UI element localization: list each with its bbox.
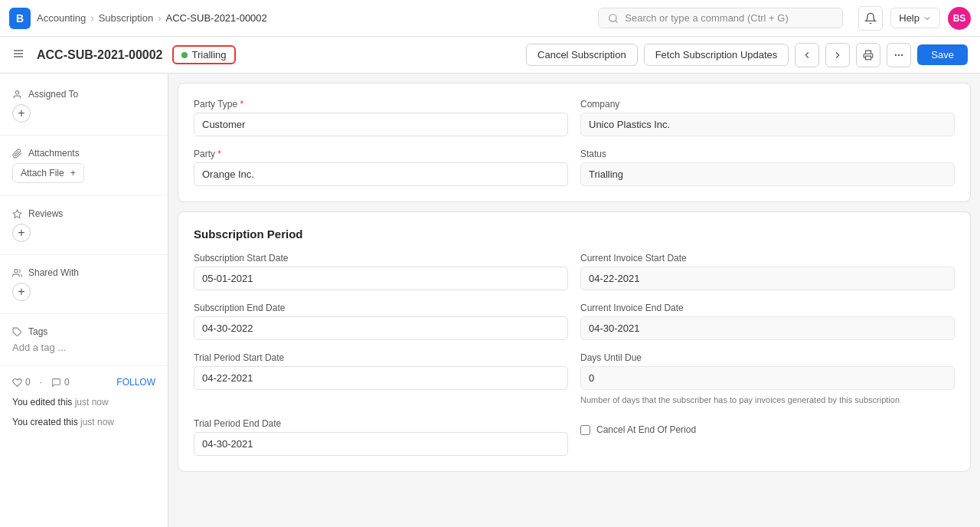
- status-badge[interactable]: Trialling: [172, 45, 236, 64]
- follow-button[interactable]: FOLLOW: [116, 377, 155, 388]
- page-header: ACC-SUB-2021-00002 Trialling Cancel Subs…: [0, 37, 980, 74]
- heart-icon: [12, 378, 22, 388]
- status-field-label: Status: [580, 149, 955, 159]
- attach-file-label: Attach File: [21, 168, 64, 178]
- doc-title: ACC-SUB-2021-00002: [37, 48, 163, 62]
- main-layout: Assigned To + Attachments Attach File + …: [0, 74, 980, 527]
- divider-1: [0, 135, 168, 136]
- likes[interactable]: 0: [12, 377, 31, 388]
- comment-icon: [51, 378, 61, 388]
- cancel-end-label: Cancel At End Of Period: [596, 424, 696, 435]
- svg-point-6: [896, 54, 897, 55]
- divider-4: [0, 313, 168, 314]
- menu-icon[interactable]: [12, 47, 24, 62]
- svg-line-1: [616, 20, 618, 22]
- trial-end-label: Trial Period End Date: [194, 418, 568, 429]
- activity-created-text: created this: [31, 417, 80, 427]
- inv-start-input: 04-22-2021: [580, 267, 955, 290]
- fetch-subscription-button[interactable]: Fetch Subscription Updates: [644, 44, 789, 66]
- svg-rect-5: [866, 56, 871, 60]
- breadcrumb-current[interactable]: ACC-SUB-2021-00002: [166, 12, 267, 24]
- status-field-input: Trialling: [580, 162, 955, 186]
- attachments-title: Attachments: [12, 148, 155, 159]
- breadcrumb-subscription[interactable]: Subscription: [99, 12, 154, 24]
- svg-point-11: [15, 269, 18, 272]
- party-type-required: *: [240, 99, 243, 110]
- activity-you-1: You: [12, 397, 28, 408]
- app-icon[interactable]: B: [9, 8, 31, 29]
- days-due-label: Days Until Due: [580, 352, 955, 363]
- trial-start-label: Trial Period Start Date: [194, 352, 568, 363]
- party-type-input[interactable]: Customer: [194, 113, 568, 136]
- attachments-section: Attachments Attach File +: [0, 142, 168, 189]
- svg-point-8: [902, 54, 903, 55]
- sub-end-input[interactable]: 04-30-2022: [194, 316, 568, 340]
- user-icon: [12, 90, 22, 100]
- activity-time-1: just now: [75, 397, 109, 408]
- svg-point-9: [15, 90, 18, 93]
- print-button[interactable]: [856, 43, 880, 67]
- search-bar[interactable]: Search or type a command (Ctrl + G): [598, 8, 843, 28]
- reviews-section: Reviews +: [0, 202, 168, 248]
- subscription-period-title: Subscription Period: [194, 227, 955, 241]
- assigned-to-title: Assigned To: [12, 89, 155, 100]
- breadcrumb-accounting[interactable]: Accounting: [37, 12, 86, 24]
- cancel-end-field: Cancel At End Of Period: [580, 418, 955, 456]
- subscription-period-card: Subscription Period Subscription Start D…: [178, 211, 971, 472]
- attach-file-button[interactable]: Attach File +: [12, 163, 84, 183]
- more-horizontal-icon: [893, 50, 904, 61]
- inv-start-field: Current Invoice Start Date 04-22-2021: [580, 253, 955, 290]
- status-dot: [181, 52, 188, 58]
- tags-section: Tags Add a tag ...: [0, 320, 168, 359]
- comments[interactable]: 0: [51, 377, 70, 388]
- top-navigation: B Accounting › Subscription › ACC-SUB-20…: [0, 0, 980, 37]
- chevron-down-icon: [923, 14, 932, 23]
- users-icon: [12, 268, 22, 278]
- add-assignee-button[interactable]: +: [12, 104, 31, 123]
- add-review-button[interactable]: +: [12, 224, 31, 242]
- svg-marker-10: [13, 210, 21, 218]
- trial-start-field: Trial Period Start Date 04-22-2021: [194, 352, 568, 406]
- bell-icon: [864, 12, 877, 25]
- add-tag-placeholder[interactable]: Add a tag ...: [12, 342, 66, 353]
- trial-end-input[interactable]: 04-30-2021: [194, 432, 568, 456]
- more-options-button[interactable]: [887, 43, 911, 67]
- svg-point-7: [899, 54, 900, 55]
- sub-start-input[interactable]: 05-01-2021: [194, 267, 568, 290]
- chevron-right-icon: [832, 50, 843, 61]
- breadcrumb-sep-2: ›: [158, 12, 161, 24]
- company-label: Company: [580, 99, 955, 110]
- help-label: Help: [899, 12, 920, 24]
- sub-start-field: Subscription Start Date 05-01-2021: [194, 253, 568, 290]
- paperclip-icon: [12, 149, 22, 159]
- avatar[interactable]: BS: [948, 7, 971, 30]
- subscription-form: Subscription Start Date 05-01-2021 Curre…: [194, 253, 955, 456]
- inv-end-field: Current Invoice End Date 04-30-2021: [580, 303, 955, 340]
- trial-end-field: Trial Period End Date 04-30-2021: [194, 418, 568, 456]
- party-input[interactable]: Orange Inc.: [194, 162, 568, 186]
- comments-count: 0: [64, 377, 70, 388]
- party-form: Party Type * Customer Company Unico Plas…: [194, 99, 955, 186]
- activity-time-2: just now: [80, 417, 114, 427]
- trial-start-input[interactable]: 04-22-2021: [194, 366, 568, 390]
- add-share-button[interactable]: +: [12, 283, 31, 301]
- dot-sep: ·: [40, 377, 42, 388]
- status-field: Status Trialling: [580, 149, 955, 186]
- likes-count: 0: [25, 377, 31, 388]
- party-field: Party * Orange Inc.: [194, 149, 568, 186]
- days-due-help: Number of days that the subscriber has t…: [580, 394, 955, 406]
- days-due-input: 0: [580, 366, 955, 390]
- status-label: Trialling: [192, 49, 227, 61]
- prev-button[interactable]: [795, 43, 819, 67]
- cancel-end-checkbox[interactable]: [580, 425, 590, 435]
- sub-start-label: Subscription Start Date: [194, 253, 568, 264]
- cancel-subscription-button[interactable]: Cancel Subscription: [526, 44, 638, 66]
- help-button[interactable]: Help: [890, 8, 940, 28]
- company-field: Company Unico Plastics Inc.: [580, 99, 955, 136]
- next-button[interactable]: [825, 43, 850, 67]
- social-row: 0 · 0 FOLLOW: [0, 372, 168, 392]
- tags-label: Tags: [28, 326, 47, 337]
- notifications-button[interactable]: [858, 6, 883, 31]
- save-button[interactable]: Save: [917, 44, 968, 65]
- tags-title: Tags: [12, 326, 155, 337]
